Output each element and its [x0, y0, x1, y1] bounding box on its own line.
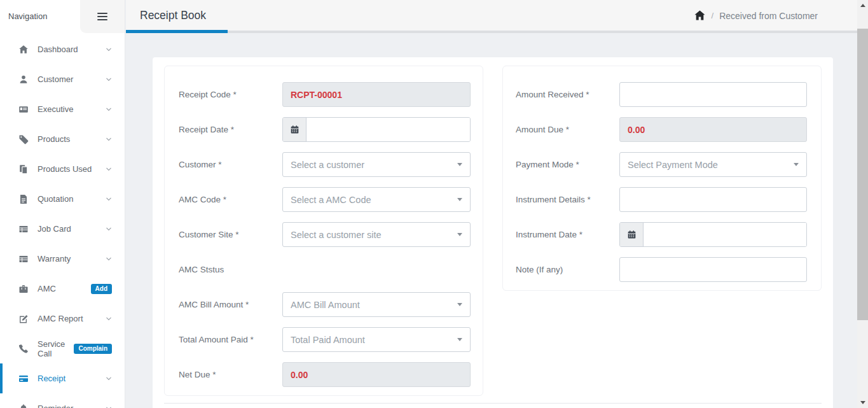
payment-mode-placeholder: Select Payment Mode — [628, 160, 718, 170]
sidebar-title: Navigation — [0, 0, 80, 33]
copy-icon — [18, 164, 29, 174]
home-icon — [18, 45, 29, 55]
caret-down-icon — [794, 163, 799, 166]
sidebar-item-receipt[interactable]: Receipt — [0, 363, 125, 393]
briefcase-icon — [18, 284, 29, 294]
credit-card-icon — [18, 374, 29, 384]
sidebar-item-products-used[interactable]: Products Used — [0, 154, 125, 184]
home-icon[interactable] — [694, 10, 706, 22]
customer-select[interactable]: Select a customer — [282, 152, 471, 177]
add-badge: Add — [91, 284, 112, 294]
sidebar-item-amc[interactable]: AMC Add — [0, 274, 125, 304]
section-divider — [164, 403, 822, 404]
vertical-scrollbar[interactable] — [857, 0, 868, 408]
id-card-icon — [18, 104, 29, 115]
instrument-date-input[interactable] — [644, 223, 806, 246]
sidebar-item-executive[interactable]: Executive — [0, 94, 125, 124]
total-amount-paid-label: Total Amount Paid * — [179, 335, 282, 344]
customer-site-select[interactable]: Select a customer site — [282, 222, 471, 247]
caret-down-icon — [457, 198, 462, 201]
file-text-icon — [18, 194, 29, 204]
amc-code-label: AMC Code * — [179, 195, 282, 204]
amc-status-value — [282, 257, 471, 282]
amc-status-label: AMC Ststus — [179, 265, 282, 274]
hamburger-icon — [97, 13, 107, 14]
sidebar-item-warranty[interactable]: Warranty — [0, 244, 125, 274]
amc-code-select-placeholder: Select a AMC Code — [291, 195, 371, 205]
payment-mode-label: Payment Mode * — [516, 160, 619, 169]
receipt-date-input[interactable] — [307, 118, 470, 141]
instrument-details-input[interactable] — [619, 187, 807, 212]
amc-bill-amount-label: AMC Bill Amount * — [179, 300, 282, 309]
chevron-down-icon — [106, 77, 112, 81]
calendar-icon — [283, 118, 307, 141]
sidebar-item-customer[interactable]: Customer — [0, 64, 125, 94]
table-icon — [18, 224, 29, 234]
caret-down-icon — [457, 233, 462, 236]
receipt-date-field[interactable] — [282, 117, 471, 142]
menu-toggle-button[interactable] — [80, 0, 125, 33]
receipt-code-label: Receipt Code * — [179, 90, 282, 99]
note-input[interactable] — [619, 257, 807, 282]
complain-badge: Complain — [74, 344, 112, 354]
topbar: Receipt Book / Received from Customer — [126, 0, 857, 33]
sidebar-item-quotation[interactable]: Quotation — [0, 184, 125, 214]
edit-icon — [18, 314, 29, 324]
receipt-form-right-panel: Amount Received * Amount Due * 0.00 Paym… — [502, 66, 822, 291]
amc-bill-amount-select[interactable]: AMC Bill Amount — [282, 292, 471, 317]
calendar-icon — [620, 223, 644, 246]
scrollbar-thumb[interactable] — [857, 29, 868, 320]
net-due-label: Net Due * — [179, 370, 282, 379]
receipt-code-field: RCPT-00001 — [282, 82, 471, 107]
sidebar: Navigation Dashboard Customer — [0, 0, 125, 408]
chevron-down-icon — [106, 137, 112, 141]
chevron-down-icon — [106, 376, 112, 381]
amount-due-value: 0.00 — [628, 125, 645, 135]
chevron-down-icon — [106, 167, 112, 171]
content-area: Receipt Code * RCPT-00001 Receipt Date *… — [126, 33, 857, 408]
app-window: Navigation Dashboard Customer — [0, 0, 868, 408]
total-amount-paid-select[interactable]: Total Paid Amount — [282, 327, 471, 352]
user-icon — [18, 74, 29, 85]
note-label: Note (If any) — [516, 265, 619, 274]
sidebar-item-service-call[interactable]: Service Call Complain — [0, 334, 125, 363]
amount-due-label: Amount Due * — [516, 125, 619, 134]
receipt-form-card: Receipt Code * RCPT-00001 Receipt Date *… — [153, 57, 833, 408]
sidebar-item-products[interactable]: Products — [0, 124, 125, 154]
active-tab-underline — [126, 30, 228, 33]
payment-mode-select[interactable]: Select Payment Mode — [619, 152, 807, 177]
caret-down-icon — [457, 163, 462, 166]
instrument-details-label: Instrument Details * — [516, 195, 619, 204]
sidebar-menu: Dashboard Customer Executive — [0, 33, 125, 408]
chevron-down-icon — [106, 47, 112, 52]
customer-site-select-placeholder: Select a customer site — [291, 230, 382, 240]
receipt-form-left-panel: Receipt Code * RCPT-00001 Receipt Date *… — [164, 66, 483, 396]
tag-icon — [18, 134, 29, 144]
chevron-down-icon — [106, 227, 112, 231]
triangle-up-icon — [860, 4, 865, 7]
sidebar-item-amc-report[interactable]: AMC Report — [0, 304, 125, 334]
sidebar-item-job-card[interactable]: Job Card — [0, 214, 125, 244]
sidebar-item-dashboard[interactable]: Dashboard — [0, 34, 125, 64]
amc-code-select[interactable]: Select a AMC Code — [282, 187, 471, 212]
chevron-down-icon — [106, 197, 112, 201]
chevron-down-icon — [106, 107, 112, 111]
page-title: Receipt Book — [140, 0, 206, 31]
sidebar-header: Navigation — [0, 0, 125, 33]
amount-received-input[interactable] — [619, 82, 807, 107]
scroll-down-button[interactable] — [857, 397, 868, 408]
net-due-value: 0.00 — [291, 370, 308, 380]
breadcrumb-separator: / — [712, 11, 714, 20]
caret-down-icon — [457, 338, 462, 341]
customer-label: Customer * — [179, 160, 282, 169]
chevron-down-icon — [106, 257, 112, 261]
customer-site-label: Customer Site * — [179, 230, 282, 239]
instrument-date-field[interactable] — [619, 222, 807, 247]
sidebar-item-reminder[interactable]: Reminder — [0, 393, 125, 408]
caret-down-icon — [457, 303, 462, 306]
receipt-code-value: RCPT-00001 — [291, 90, 342, 100]
instrument-date-label: Instrument Date * — [516, 230, 619, 239]
scroll-up-button[interactable] — [857, 0, 868, 11]
table-icon — [18, 254, 29, 264]
bell-icon — [18, 404, 29, 408]
